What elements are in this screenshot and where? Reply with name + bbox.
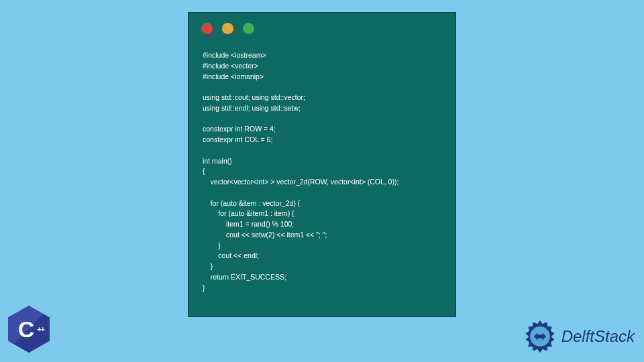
maximize-icon (243, 23, 254, 34)
delftstack-logo: DelftStack (521, 318, 635, 355)
gear-icon (521, 318, 559, 355)
close-icon (201, 23, 213, 34)
cpp-plus: ++ (37, 325, 44, 333)
traffic-lights (189, 13, 455, 40)
minimize-icon (222, 23, 233, 34)
cpp-logo: C ++ (8, 306, 56, 361)
cpp-letter: C (18, 316, 35, 343)
delftstack-text: DelftStack (561, 327, 635, 346)
code-block: #include <iostream> #include <vector> #i… (189, 40, 455, 306)
code-window: #include <iostream> #include <vector> #i… (188, 12, 456, 317)
cpp-hexagon-icon: C ++ (8, 306, 50, 353)
